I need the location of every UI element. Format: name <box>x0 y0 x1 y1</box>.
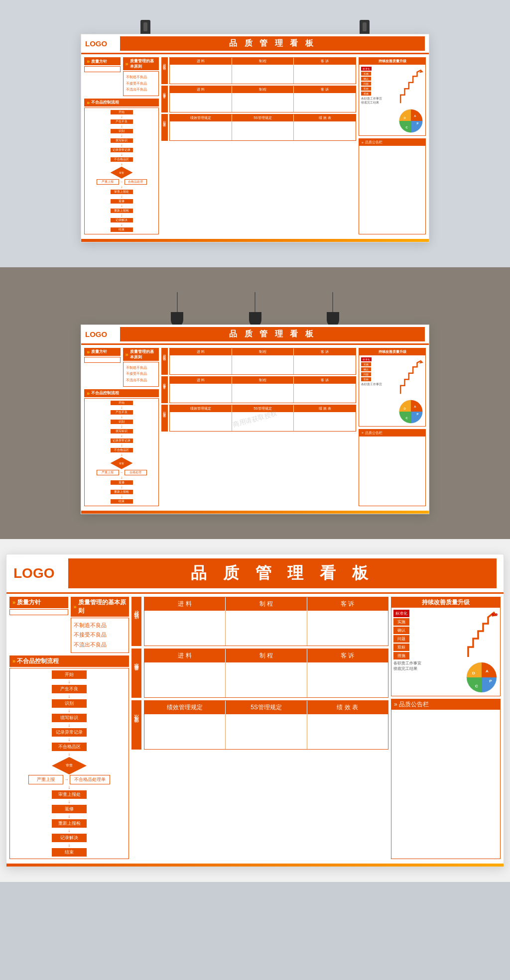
stat2-cell3 <box>294 355 356 374</box>
kaizen-box-2: 持续改善质量升级 标准化 实施 确认 <box>359 348 426 427</box>
quality2-col1: 进 料 <box>170 377 232 384</box>
quality-cell1 <box>170 93 232 112</box>
mgmt2-col1: 绩效管理规定 <box>170 405 232 412</box>
stat2-cell2 <box>232 355 294 374</box>
quality-header-lg: 进 料 制 程 客 诉 <box>144 649 388 662</box>
quality-col2: 制 程 <box>232 86 294 93</box>
flow-node10: 重新上报检 <box>111 209 133 213</box>
clip-bar <box>81 20 429 35</box>
statlg-col2: 制 程 <box>226 597 307 611</box>
steplg-3-badge: 问题 <box>393 635 409 643</box>
flow-lg-node6: 严重上报 <box>28 775 63 784</box>
flow-lg-right-arrow: → <box>64 777 69 782</box>
notice-title-2: » 品质公告栏 <box>359 430 425 436</box>
steplg-4: 双标 <box>393 644 463 651</box>
step-3: 问题 <box>361 82 396 86</box>
mgmt2-col3: 绩 效 表 <box>294 405 356 412</box>
quality-cell3 <box>294 93 356 112</box>
flow2-arrow1: ↓ <box>121 406 123 410</box>
kaizen-steps: 标准化 实施 确认 问题 <box>361 67 396 133</box>
cord-1 <box>177 292 178 312</box>
quality-grid-2: 进 料 制 程 客 诉 <box>169 376 356 403</box>
policy-content-2 <box>85 357 120 362</box>
flow2-arrow3: ↓ <box>121 425 123 429</box>
mgmt-grid: 绩效管理规定 5S管理规定 绩 效 表 <box>169 114 356 141</box>
arrow5: ↓ <box>121 153 123 157</box>
mgmtlg-cell3 <box>307 714 388 749</box>
stat-col1: 进 料 <box>170 58 232 65</box>
flow-diagram-2: 开始 ↓ 产生不良 ↓ 识别 ↓ 填写标识 ↓ 记录异常记录 ↓ 不合格品区 <box>87 401 156 504</box>
notice-content-lg <box>391 710 500 760</box>
flow2-node4: 记录异常记录 <box>111 438 133 443</box>
flow-lg-node11: 记录解决 <box>52 834 87 842</box>
kaizen-note2: 彻底完工结果 <box>361 101 396 105</box>
mgmtlg-col1: 绩效管理规定 <box>144 701 226 714</box>
stat-grid: 进 料 制 程 客 诉 <box>169 57 356 84</box>
steplg-5: 措施 <box>393 652 463 659</box>
top-left-row: » 质量方针 » 质量管理的基本原则 <box>84 57 159 96</box>
flow2-start: 开始 <box>111 401 133 405</box>
basic-rules-section-lg: » 质量管理的基本原则 不制造不良品 不接受不良品 不流出不良品 <box>71 597 129 653</box>
arrow3: ↓ <box>121 134 123 138</box>
stat-grid-2: 进 料 制 程 客 诉 <box>169 348 356 375</box>
top-left-row-lg: » 质量方针 » 质量管理的基本原则 不制造不良品 <box>9 597 129 653</box>
flow-node11: 记录解决 <box>111 218 133 222</box>
flow-node5: 不合格品区 <box>111 157 133 162</box>
mgmt-label: 管理办法 <box>161 114 168 141</box>
stat2-col3: 客 诉 <box>294 348 356 355</box>
kaizen-title-lg: 持续改善质量升级 <box>391 597 500 608</box>
mgmt-body <box>170 121 356 140</box>
top-left-row-2: » 质量方针 » 质量管理的基本原则 <box>84 348 159 387</box>
step2-3: 问题 <box>361 372 396 376</box>
arrow7: ↓ <box>121 185 123 189</box>
stat-col2: 制 程 <box>232 58 294 65</box>
flow2-arrow8: ↓ <box>121 485 123 489</box>
kaizen-title: 持续改善质量升级 <box>359 58 425 65</box>
flow-diamond1: 审查 <box>111 167 133 179</box>
board-title-2: 品 质 管 理 看 板 <box>120 327 425 341</box>
flow2-branch: 严重上报 → 合格处理 <box>97 470 147 475</box>
notice-content-2 <box>359 436 425 459</box>
flow-lg-arrow10: ↓ <box>68 828 71 833</box>
stat-cell2 <box>232 65 294 84</box>
statlg-cell1 <box>144 611 226 646</box>
kaizen-info-2: 各职责工作事宜 <box>361 382 396 386</box>
quality-row: 质量警示 进 料 制 程 客 诉 <box>161 86 356 112</box>
stat2-col1: 进 料 <box>170 348 232 355</box>
quality-cell2 <box>232 93 294 112</box>
lights-bar <box>81 292 429 327</box>
step2-4: 双标 <box>361 377 396 381</box>
board-header: LOGO 品 质 管 理 看 板 <box>81 34 429 54</box>
kaizen-info-lg: 各职责工作事宜 彻底完工结果 <box>393 660 463 671</box>
left-panel-lg: » 质量方针 » 质量管理的基本原则 不制造不良品 <box>9 597 129 859</box>
step-5: 措施 <box>361 92 396 96</box>
basic-rules-box-lg: 不制造不良品 不接受不良品 不流出不良品 <box>71 618 129 653</box>
notice-chevrons-lg: » <box>394 701 397 708</box>
light-3 <box>327 292 339 327</box>
cord-3 <box>332 292 333 312</box>
step2-2-badge: 确认 <box>361 367 371 371</box>
svg-text:C: C <box>475 684 478 688</box>
qualitylg-cell2 <box>226 662 307 697</box>
flow2-arrow9: ↓ <box>121 495 123 499</box>
nonconform-section-lg: » 不合品控制流程 开始 ↓ 产生不良 ↓ 识别 ↓ 填写标识 ↓ <box>9 655 129 859</box>
policy-box-2 <box>84 357 121 363</box>
flow-lg-node10: 重新上报检 <box>52 819 87 828</box>
step-4-badge: 双标 <box>361 87 371 91</box>
nonconform-section: » 不合品控制流程 开始 ↓ 产生不良 ↓ 识别 ↓ 填写标识 <box>84 99 159 234</box>
kaizen-visual: A P C D <box>398 67 423 133</box>
rule-3: 不流出不良品 <box>126 87 156 93</box>
board-footer-lg <box>6 864 504 867</box>
chevrons-2b: » <box>126 351 128 357</box>
flow-lg-node3: 填写标识 <box>52 714 87 722</box>
notice-chevrons: » <box>362 141 364 144</box>
flow-lg-diamond: 审查 <box>52 757 87 774</box>
board-footer-2 <box>81 511 429 514</box>
mgmt-row-lg: 管理办法 绩效管理规定 5S管理规定 绩 效 表 <box>131 700 388 750</box>
flow2-node1: 产生不良 <box>111 410 133 415</box>
mgmt-cell3 <box>294 121 356 140</box>
flow2-arrow4: ↓ <box>121 434 123 438</box>
svg-text:D: D <box>403 116 405 119</box>
qualitylg-col2: 制 程 <box>226 649 307 662</box>
stat-row-2: 统计与分析 进 料 制 程 客 诉 <box>161 348 356 375</box>
